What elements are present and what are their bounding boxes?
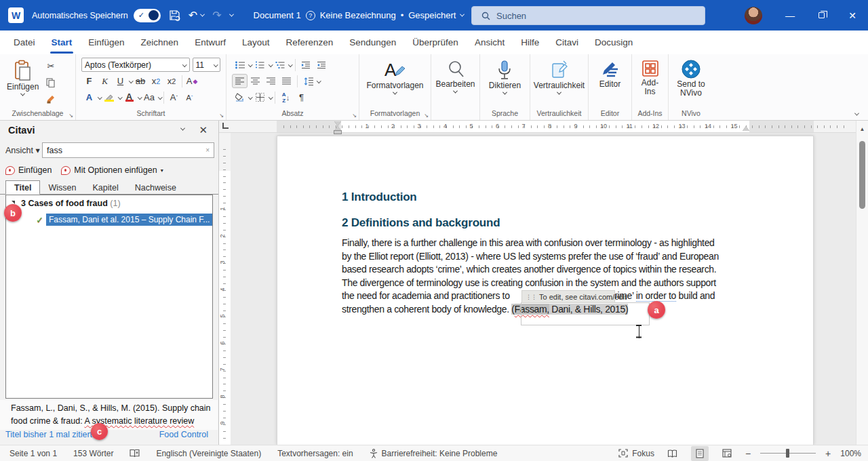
drag-grip-icon[interactable]: ⋮⋮ xyxy=(526,294,536,300)
zoom-slider[interactable] xyxy=(760,453,816,454)
increase-indent-button[interactable] xyxy=(314,58,330,72)
strikethrough-button[interactable]: ab xyxy=(133,74,149,88)
ribbon-tab[interactable]: Entwurf xyxy=(186,31,234,54)
styles-button[interactable]: A Formatvorlagen xyxy=(362,57,427,108)
copy-button[interactable] xyxy=(43,75,58,89)
shrink-font-button[interactable]: Aˇ xyxy=(182,90,197,104)
clear-search-icon[interactable]: × xyxy=(205,146,210,154)
ribbon-tab[interactable]: Start xyxy=(43,31,81,54)
page-indicator[interactable]: Seite 1 von 1 xyxy=(9,449,57,458)
accessibility-status[interactable]: Barrierefreiheit: Keine Probleme xyxy=(370,449,498,458)
vertical-scrollbar[interactable]: ▲ xyxy=(856,121,868,445)
left-indent-marker[interactable] xyxy=(334,131,341,134)
web-layout-button[interactable] xyxy=(718,446,736,461)
underline-button[interactable]: U xyxy=(113,74,128,88)
panel-chevron-icon[interactable] xyxy=(180,126,185,131)
ribbon-tab[interactable]: Citavi xyxy=(547,31,587,54)
sensitivity-label[interactable]: Keine Bezeichnung xyxy=(320,10,396,20)
ribbon-tab[interactable]: Datei xyxy=(5,31,43,54)
shading-button[interactable] xyxy=(232,90,248,104)
font-name-combo[interactable]: Aptos (Textkörper) xyxy=(81,58,190,72)
view-dropdown[interactable]: Ansicht ▾ xyxy=(5,145,40,155)
format-painter-button[interactable] xyxy=(43,92,58,106)
numbered-list-button[interactable] xyxy=(252,58,268,72)
scrollbar-thumb[interactable] xyxy=(859,141,865,209)
italic-button[interactable]: K xyxy=(97,74,113,88)
search-input[interactable]: Suchen xyxy=(471,6,705,25)
text-effects-button[interactable]: A xyxy=(81,90,97,104)
sort-button[interactable]: AZ↓ xyxy=(278,90,294,104)
addins-button[interactable]: Add-Ins xyxy=(635,57,665,108)
sensitivity-button[interactable]: Vertraulichkeit xyxy=(530,57,589,108)
styles-dialog-launcher[interactable]: ↘ xyxy=(424,113,429,119)
close-button[interactable]: ✕ xyxy=(837,0,868,31)
word-app-icon[interactable]: W xyxy=(8,7,24,23)
cut-button[interactable]: ✂ xyxy=(43,59,58,73)
paragraph-dialog-launcher[interactable]: ↘ xyxy=(352,113,357,119)
restore-button[interactable] xyxy=(806,0,837,31)
citavi-tab[interactable]: Kapitel xyxy=(84,180,126,195)
ribbon-tab[interactable]: Einfügen xyxy=(80,31,132,54)
hanging-indent-marker[interactable] xyxy=(334,126,341,131)
minimize-button[interactable]: — xyxy=(774,0,806,31)
line-spacing-button[interactable] xyxy=(300,74,316,88)
superscript-button[interactable]: x2 xyxy=(164,74,180,88)
bullet-list-button[interactable] xyxy=(232,58,248,72)
save-icon[interactable] xyxy=(169,9,180,21)
align-left-button[interactable] xyxy=(232,74,248,88)
citavi-tab[interactable]: Nachweise xyxy=(127,180,184,195)
citavi-insert-button[interactable]: Einfügen xyxy=(5,165,52,175)
ribbon-tab[interactable]: Referenzen xyxy=(277,31,341,54)
tab-stop-selector[interactable] xyxy=(222,123,229,129)
ribbon-tab[interactable]: Überprüfen xyxy=(404,31,467,54)
ribbon-tab[interactable]: Zeichnen xyxy=(133,31,187,54)
show-formatting-button[interactable]: ¶ xyxy=(294,90,309,104)
clear-formatting-button[interactable]: A◆ xyxy=(184,74,200,88)
zoom-in-button[interactable]: + xyxy=(825,448,831,459)
first-line-indent-marker[interactable] xyxy=(334,121,341,126)
journal-link[interactable]: Food Control xyxy=(159,430,208,439)
subscript-button[interactable]: x2 xyxy=(149,74,164,88)
clipboard-dialog-launcher[interactable]: ↘ xyxy=(68,113,73,119)
panel-close-icon[interactable]: ✕ xyxy=(199,124,208,136)
category-row[interactable]: 3 Cases of food fraud (1) xyxy=(21,199,121,208)
scroll-up-icon[interactable]: ▲ xyxy=(856,126,868,132)
body-paragraph[interactable]: Finally, there is a further challenge in… xyxy=(342,237,762,317)
focus-mode-button[interactable]: Fokus xyxy=(618,449,654,458)
text-predictions[interactable]: Textvorhersagen: ein xyxy=(277,449,353,458)
autosave-toggle[interactable]: ✓ xyxy=(134,9,161,22)
ribbon-tab[interactable]: Hilfe xyxy=(513,31,547,54)
citavi-tab[interactable]: Wissen xyxy=(40,180,84,195)
language-indicator[interactable]: Englisch (Vereinigte Staaten) xyxy=(156,449,261,458)
bold-button[interactable]: F xyxy=(81,74,97,88)
avatar[interactable] xyxy=(745,7,762,24)
autosave-control[interactable]: Automatisches Speichern ✓ xyxy=(32,9,161,22)
dictate-button[interactable]: Diktieren xyxy=(485,57,525,108)
word-count[interactable]: 153 Wörter xyxy=(73,449,113,458)
highlight-button[interactable] xyxy=(102,90,117,104)
font-dialog-launcher[interactable]: ↘ xyxy=(219,113,224,119)
paste-button[interactable]: Einfügen xyxy=(3,57,43,108)
decrease-indent-button[interactable] xyxy=(298,58,314,72)
right-indent-marker[interactable] xyxy=(743,126,749,131)
align-right-button[interactable] xyxy=(263,74,279,88)
document-page[interactable]: 1 Introduction 2 Definitions and backgro… xyxy=(277,136,814,445)
undo-button[interactable]: ↶ xyxy=(189,9,204,22)
citavi-tab[interactable]: Titel xyxy=(5,180,40,195)
ribbon-tab[interactable]: Layout xyxy=(234,31,278,54)
read-mode-button[interactable] xyxy=(664,446,682,461)
borders-button[interactable] xyxy=(252,90,268,104)
ribbon-tab[interactable]: Ansicht xyxy=(467,31,513,54)
font-color-button[interactable]: A xyxy=(121,90,137,104)
font-size-combo[interactable]: 11 xyxy=(193,58,220,72)
print-layout-button[interactable] xyxy=(691,446,709,461)
v-ruler[interactable]: 12345678910 xyxy=(219,133,231,445)
ribbon-tab[interactable]: Sendungen xyxy=(341,31,404,54)
align-center-button[interactable] xyxy=(248,74,263,88)
citavi-search-input[interactable]: fass × xyxy=(42,142,214,158)
reference-item-selected[interactable]: Fassam, Dani et al. 2015 – Supply Chain … xyxy=(46,214,212,226)
nvivo-button[interactable]: Send to NVivo xyxy=(671,57,711,108)
cited-count-link[interactable]: Titel bisher 1 mal zitiert. xyxy=(5,430,95,439)
zoom-level[interactable]: 100% xyxy=(840,449,861,458)
change-case-button[interactable]: Aa xyxy=(142,90,157,104)
